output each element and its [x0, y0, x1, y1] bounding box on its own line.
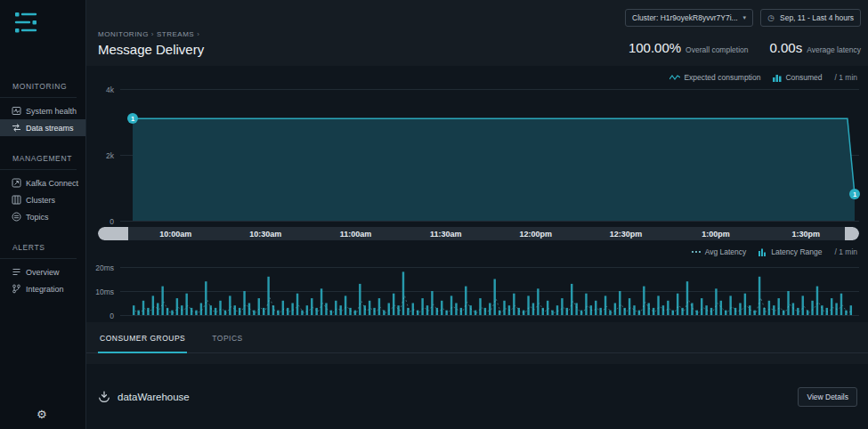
page-title: Message Delivery [98, 42, 204, 57]
interval-label: / 1 min [834, 73, 857, 82]
y-axis-tick: 4k [106, 85, 114, 94]
navigator-right-handle[interactable] [845, 227, 859, 240]
latency-legend: Avg Latency Latency Range / 1 min [86, 240, 868, 263]
breadcrumb: MONITORING›STREAMS› [98, 30, 204, 38]
sidebar-item-label: System health [26, 107, 77, 116]
consumer-group-info: dataWarehouse [98, 391, 190, 403]
time-axis-tick: 12:30pm [610, 230, 643, 239]
clock-icon: ◷ [767, 13, 775, 22]
stat-label: Overall completion [685, 45, 748, 54]
consumer-group-icon [98, 391, 110, 403]
sidebar-section-monitoring: MONITORING System health Data streams [0, 75, 85, 136]
pulse-icon [669, 74, 680, 81]
consumption-area: 11 [133, 89, 855, 221]
legend-label: Expected consumption [684, 73, 760, 82]
chart-annotation-badge: 1 [849, 189, 860, 199]
time-navigator[interactable]: 10:00am10:30am11:00am11:30am12:00pm12:30… [98, 227, 859, 240]
sidebar-item-label: Overview [26, 268, 60, 277]
time-axis-tick: 11:00am [340, 230, 372, 239]
cluster-selector[interactable]: Cluster: H1r9oyekR8yvvr7Y7i... ▾ [625, 9, 753, 27]
stat-overall-completion: 100.00% Overall completion [629, 40, 749, 55]
charts-panel: Expected consumption Consumed / 1 min 4k [86, 66, 868, 322]
view-details-button[interactable]: View Details [798, 387, 857, 407]
sidebar-section-title: ALERTS [0, 236, 77, 259]
page-header: MONITORING›STREAMS› Message Delivery 100… [86, 27, 868, 66]
legend-label: Avg Latency [705, 247, 747, 256]
detail-tabs: CONSUMER GROUPS TOPICS [86, 322, 868, 353]
legend-latency-range[interactable]: Latency Range [758, 247, 822, 256]
title-block: MONITORING›STREAMS› Message Delivery [98, 30, 204, 57]
time-axis-tick: 10:30am [249, 230, 281, 239]
navigator-left-handle[interactable] [98, 227, 128, 240]
sidebar-item-data-streams[interactable]: Data streams [0, 119, 85, 136]
topbar: Cluster: H1r9oyekR8yvvr7Y7i... ▾ ◷ Sep, … [86, 0, 868, 27]
stacked-bars-icon [773, 74, 782, 82]
breadcrumb-monitoring[interactable]: MONITORING [98, 30, 149, 38]
sidebar-item-kafka-connect[interactable]: Kafka Connect [0, 174, 85, 191]
data-streams-icon [12, 123, 21, 133]
breadcrumb-streams[interactable]: STREAMS [157, 30, 194, 38]
legend-consumed[interactable]: Consumed [773, 73, 822, 82]
topics-icon [12, 212, 21, 222]
tab-topics[interactable]: TOPICS [210, 322, 245, 353]
logo-icon [12, 11, 39, 34]
chart-annotation-badge: 1 [127, 113, 138, 124]
gear-icon[interactable]: ⚙ [37, 408, 47, 421]
clusters-icon [12, 195, 21, 205]
latency-bars [133, 267, 855, 315]
stat-value: 100.00% [629, 40, 681, 55]
sidebar-item-clusters[interactable]: Clusters [0, 191, 85, 208]
gridline: 0 [120, 315, 859, 316]
bars-icon [758, 248, 767, 256]
time-range-label: Sep, 11 - Last 4 hours [780, 13, 854, 22]
latency-chart[interactable]: 20ms 10ms 0 [120, 267, 859, 315]
time-range-selector[interactable]: ◷ Sep, 11 - Last 4 hours [760, 9, 861, 27]
app-logo[interactable] [0, 0, 85, 52]
time-axis-tick: 11:30am [430, 230, 462, 239]
consumption-chart[interactable]: 4k 2k 0 11 [120, 89, 859, 221]
gridline: 0 [120, 221, 859, 222]
time-axis-tick: 1:00pm [702, 230, 730, 239]
sidebar-section-management: MANAGEMENT Kafka Connect Clusters [0, 147, 85, 225]
dotted-line-icon [691, 249, 702, 255]
consumption-legend: Expected consumption Consumed / 1 min [86, 66, 868, 89]
legend-expected-consumption[interactable]: Expected consumption [669, 73, 760, 82]
tab-consumer-groups[interactable]: CONSUMER GROUPS [98, 322, 187, 353]
sidebar-section-title: MONITORING [0, 75, 77, 98]
sidebar-item-system-health[interactable]: System health [0, 102, 85, 119]
navigator-selection[interactable] [128, 227, 845, 240]
y-axis-tick: 0 [110, 312, 114, 320]
interval-label: / 1 min [834, 247, 857, 256]
sidebar-item-overview[interactable]: Overview [0, 263, 85, 280]
y-axis-tick: 20ms [95, 263, 114, 272]
system-health-icon [12, 106, 21, 116]
stat-label: Average latency [807, 45, 861, 54]
stat-average-latency: 0.00s Average latency [769, 40, 861, 55]
breadcrumb-chevron-icon: › [151, 30, 154, 38]
y-axis-tick: 0 [110, 217, 114, 226]
cluster-selector-label: Cluster: H1r9oyekR8yvvr7Y7i... [632, 13, 738, 22]
sidebar-item-topics[interactable]: Topics [0, 208, 85, 225]
y-axis-tick: 2k [106, 151, 114, 160]
app-window: MONITORING System health Data streams MA… [0, 0, 868, 429]
time-axis-tick: 1:30pm [791, 230, 820, 239]
sidebar: MONITORING System health Data streams MA… [0, 0, 86, 429]
y-axis-tick: 10ms [95, 287, 114, 296]
legend-label: Latency Range [771, 247, 822, 256]
legend-avg-latency[interactable]: Avg Latency [691, 247, 747, 256]
kafka-connect-icon [12, 178, 21, 188]
header-stats: 100.00% Overall completion 0.00s Average… [629, 40, 861, 57]
time-axis-tick: 12:00pm [520, 230, 553, 239]
consumer-group-name: dataWarehouse [118, 392, 190, 402]
breadcrumb-chevron-icon: › [197, 30, 199, 38]
chevron-down-icon: ▾ [743, 14, 747, 21]
overview-icon [12, 267, 21, 277]
sidebar-section-title: MANAGEMENT [0, 147, 77, 170]
integration-icon [12, 284, 21, 294]
sidebar-item-label: Kafka Connect [26, 179, 78, 188]
sidebar-item-label: Integration [26, 285, 64, 294]
main-content: Cluster: H1r9oyekR8yvvr7Y7i... ▾ ◷ Sep, … [86, 0, 868, 429]
sidebar-item-label: Topics [26, 213, 49, 222]
sidebar-item-integration[interactable]: Integration [0, 280, 85, 297]
consumer-group-row[interactable]: dataWarehouse View Details [86, 364, 868, 429]
